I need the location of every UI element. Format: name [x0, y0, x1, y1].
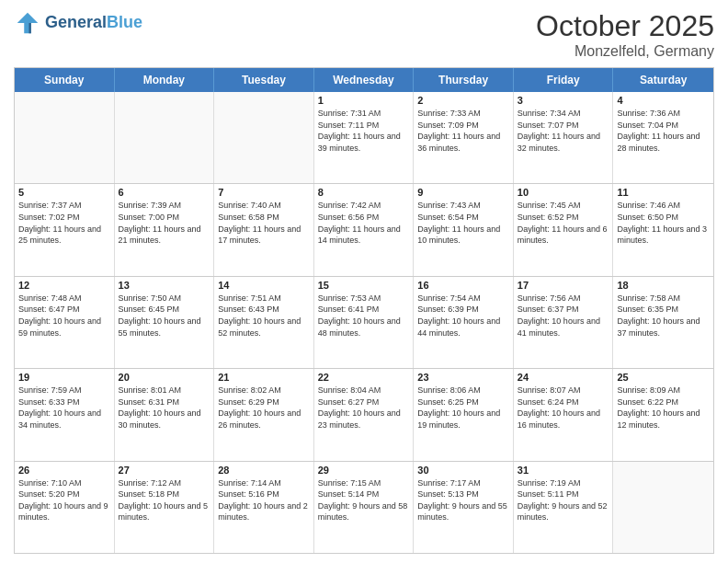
- day-cell: 1Sunrise: 7:31 AM Sunset: 7:11 PM Daylig…: [314, 92, 415, 183]
- day-cell: 19Sunrise: 7:59 AM Sunset: 6:33 PM Dayli…: [15, 369, 115, 460]
- day-cell: 20Sunrise: 8:01 AM Sunset: 6:31 PM Dayli…: [115, 369, 215, 460]
- logo-icon: [14, 9, 41, 37]
- day-cell: 24Sunrise: 8:07 AM Sunset: 6:24 PM Dayli…: [514, 369, 614, 460]
- day-info: Sunrise: 7:50 AM Sunset: 6:45 PM Dayligh…: [119, 293, 210, 339]
- day-info: Sunrise: 7:58 AM Sunset: 6:35 PM Dayligh…: [617, 293, 710, 339]
- week-row: 19Sunrise: 7:59 AM Sunset: 6:33 PM Dayli…: [15, 368, 713, 460]
- day-info: Sunrise: 7:56 AM Sunset: 6:37 PM Dayligh…: [518, 293, 609, 339]
- header: GeneralBlue October 2025 Monzelfeld, Ger…: [14, 9, 714, 60]
- day-number: 3: [518, 95, 609, 106]
- day-cell: 4Sunrise: 7:36 AM Sunset: 7:04 PM Daylig…: [613, 92, 713, 183]
- week-row: 1Sunrise: 7:31 AM Sunset: 7:11 PM Daylig…: [15, 92, 713, 183]
- day-cell: 18Sunrise: 7:58 AM Sunset: 6:35 PM Dayli…: [613, 277, 713, 368]
- day-number: 22: [318, 372, 410, 383]
- day-number: 1: [318, 95, 410, 106]
- day-cell: 10Sunrise: 7:45 AM Sunset: 6:52 PM Dayli…: [514, 184, 614, 275]
- day-number: 23: [417, 372, 509, 383]
- day-info: Sunrise: 7:15 AM Sunset: 5:14 PM Dayligh…: [318, 477, 410, 523]
- day-cell: 30Sunrise: 7:17 AM Sunset: 5:13 PM Dayli…: [414, 462, 514, 553]
- title-block: October 2025 Monzelfeld, Germany: [536, 9, 714, 60]
- day-number: 13: [119, 280, 210, 291]
- day-number: 28: [218, 465, 310, 476]
- day-info: Sunrise: 7:51 AM Sunset: 6:43 PM Dayligh…: [218, 293, 310, 339]
- day-header-sunday: Sunday: [15, 68, 115, 92]
- day-number: 4: [617, 95, 710, 106]
- week-row: 12Sunrise: 7:48 AM Sunset: 6:47 PM Dayli…: [15, 276, 713, 368]
- day-info: Sunrise: 7:10 AM Sunset: 5:20 PM Dayligh…: [18, 477, 110, 523]
- day-info: Sunrise: 7:54 AM Sunset: 6:39 PM Dayligh…: [417, 293, 509, 339]
- page: GeneralBlue October 2025 Monzelfeld, Ger…: [0, 0, 728, 563]
- day-header-thursday: Thursday: [414, 68, 514, 92]
- day-cell: 13Sunrise: 7:50 AM Sunset: 6:45 PM Dayli…: [115, 277, 215, 368]
- day-info: Sunrise: 7:34 AM Sunset: 7:07 PM Dayligh…: [518, 108, 609, 154]
- day-info: Sunrise: 7:53 AM Sunset: 6:41 PM Dayligh…: [318, 293, 410, 339]
- day-info: Sunrise: 8:09 AM Sunset: 6:22 PM Dayligh…: [617, 385, 710, 431]
- logo-general: General: [45, 13, 107, 31]
- day-cell: 25Sunrise: 8:09 AM Sunset: 6:22 PM Dayli…: [613, 369, 713, 460]
- day-number: 12: [18, 280, 110, 291]
- day-header-monday: Monday: [115, 68, 215, 92]
- day-info: Sunrise: 8:07 AM Sunset: 6:24 PM Dayligh…: [518, 385, 609, 431]
- day-number: 2: [417, 95, 509, 106]
- day-header-tuesday: Tuesday: [214, 68, 314, 92]
- day-number: 27: [119, 465, 210, 476]
- day-cell: 17Sunrise: 7:56 AM Sunset: 6:37 PM Dayli…: [514, 277, 614, 368]
- day-cell: [115, 92, 215, 183]
- day-info: Sunrise: 7:43 AM Sunset: 6:54 PM Dayligh…: [417, 200, 509, 246]
- day-info: Sunrise: 8:02 AM Sunset: 6:29 PM Dayligh…: [218, 385, 310, 431]
- logo-text: GeneralBlue: [45, 14, 142, 32]
- day-info: Sunrise: 7:31 AM Sunset: 7:11 PM Dayligh…: [318, 108, 410, 154]
- day-cell: 2Sunrise: 7:33 AM Sunset: 7:09 PM Daylig…: [414, 92, 514, 183]
- day-info: Sunrise: 8:06 AM Sunset: 6:25 PM Dayligh…: [417, 385, 509, 431]
- day-number: 20: [119, 372, 210, 383]
- day-info: Sunrise: 7:46 AM Sunset: 6:50 PM Dayligh…: [617, 200, 710, 246]
- day-info: Sunrise: 8:04 AM Sunset: 6:27 PM Dayligh…: [318, 385, 410, 431]
- day-number: 24: [518, 372, 609, 383]
- day-number: 15: [318, 280, 410, 291]
- day-number: 21: [218, 372, 310, 383]
- day-cell: [613, 462, 713, 553]
- day-info: Sunrise: 8:01 AM Sunset: 6:31 PM Dayligh…: [119, 385, 210, 431]
- calendar-body: 1Sunrise: 7:31 AM Sunset: 7:11 PM Daylig…: [15, 92, 713, 553]
- day-number: 30: [417, 465, 509, 476]
- day-cell: 12Sunrise: 7:48 AM Sunset: 6:47 PM Dayli…: [15, 277, 115, 368]
- day-number: 16: [417, 280, 509, 291]
- day-cell: 3Sunrise: 7:34 AM Sunset: 7:07 PM Daylig…: [514, 92, 614, 183]
- day-info: Sunrise: 7:48 AM Sunset: 6:47 PM Dayligh…: [18, 293, 110, 339]
- day-number: 19: [18, 372, 110, 383]
- day-number: 8: [318, 187, 410, 198]
- day-info: Sunrise: 7:17 AM Sunset: 5:13 PM Dayligh…: [417, 477, 509, 523]
- day-number: 14: [218, 280, 310, 291]
- day-info: Sunrise: 7:42 AM Sunset: 6:56 PM Dayligh…: [318, 200, 410, 246]
- day-info: Sunrise: 7:37 AM Sunset: 7:02 PM Dayligh…: [18, 200, 110, 246]
- logo-blue: Blue: [107, 13, 142, 31]
- day-number: 29: [318, 465, 410, 476]
- day-number: 9: [417, 187, 509, 198]
- day-number: 18: [617, 280, 710, 291]
- day-header-saturday: Saturday: [613, 68, 713, 92]
- day-number: 11: [617, 187, 710, 198]
- day-number: 31: [518, 465, 609, 476]
- day-number: 6: [119, 187, 210, 198]
- day-cell: [214, 92, 314, 183]
- day-headers: SundayMondayTuesdayWednesdayThursdayFrid…: [15, 68, 713, 92]
- month-title: October 2025: [536, 9, 714, 43]
- day-cell: 22Sunrise: 8:04 AM Sunset: 6:27 PM Dayli…: [314, 369, 415, 460]
- day-cell: 28Sunrise: 7:14 AM Sunset: 5:16 PM Dayli…: [214, 462, 314, 553]
- day-header-friday: Friday: [514, 68, 614, 92]
- calendar: SundayMondayTuesdayWednesdayThursdayFrid…: [14, 67, 714, 554]
- day-cell: 9Sunrise: 7:43 AM Sunset: 6:54 PM Daylig…: [414, 184, 514, 275]
- day-cell: 29Sunrise: 7:15 AM Sunset: 5:14 PM Dayli…: [314, 462, 415, 553]
- day-cell: [15, 92, 115, 183]
- day-cell: 14Sunrise: 7:51 AM Sunset: 6:43 PM Dayli…: [214, 277, 314, 368]
- day-cell: 8Sunrise: 7:42 AM Sunset: 6:56 PM Daylig…: [314, 184, 415, 275]
- day-cell: 11Sunrise: 7:46 AM Sunset: 6:50 PM Dayli…: [613, 184, 713, 275]
- day-number: 17: [518, 280, 609, 291]
- day-number: 7: [218, 187, 310, 198]
- day-cell: 23Sunrise: 8:06 AM Sunset: 6:25 PM Dayli…: [414, 369, 514, 460]
- day-number: 26: [18, 465, 110, 476]
- day-cell: 5Sunrise: 7:37 AM Sunset: 7:02 PM Daylig…: [15, 184, 115, 275]
- day-number: 25: [617, 372, 710, 383]
- logo: GeneralBlue: [14, 9, 142, 37]
- day-cell: 26Sunrise: 7:10 AM Sunset: 5:20 PM Dayli…: [15, 462, 115, 553]
